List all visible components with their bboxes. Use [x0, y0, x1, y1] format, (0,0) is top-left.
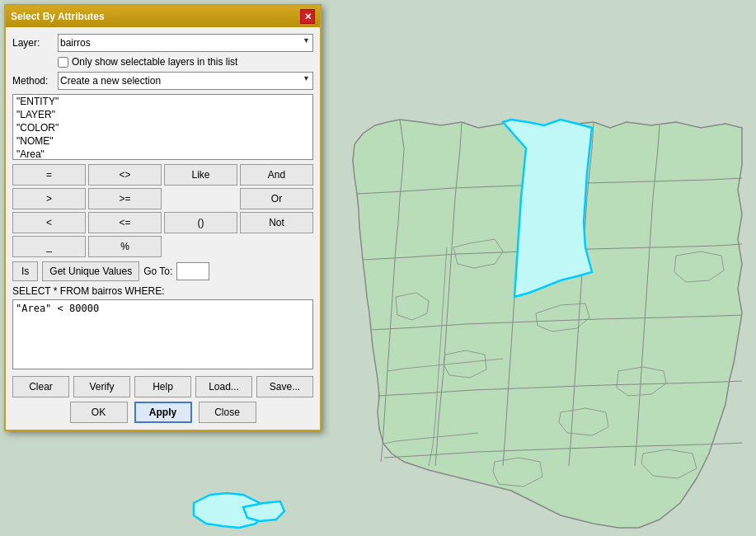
close-window-button[interactable]: ✕	[300, 9, 315, 24]
goto-input[interactable]	[176, 262, 209, 280]
method-select[interactable]: Create a new selection	[58, 72, 313, 90]
method-row: Method: Create a new selection	[12, 72, 313, 90]
eq-btn[interactable]: =	[12, 164, 86, 186]
clear-button[interactable]: Clear	[12, 376, 69, 397]
like-btn[interactable]: Like	[164, 164, 237, 186]
fields-list-container: "ENTITY""LAYER""COLOR""NOME""Area"	[12, 94, 313, 160]
field-item[interactable]: "COLOR"	[13, 121, 312, 134]
get-unique-values-button[interactable]: Get Unique Values	[42, 261, 139, 281]
ok-button[interactable]: OK	[70, 402, 128, 423]
verify-button[interactable]: Verify	[73, 376, 130, 397]
method-label: Method:	[12, 75, 58, 87]
gte-btn[interactable]: >=	[88, 188, 162, 209]
close-button[interactable]: Close	[199, 402, 256, 423]
select-by-attributes-dialog: Select By Attributes ✕ Layer: bairros On…	[4, 4, 322, 431]
sql-textarea[interactable]	[12, 299, 313, 369]
field-item[interactable]: "Area"	[13, 148, 312, 160]
dialog-titlebar: Select By Attributes ✕	[6, 6, 320, 27]
sql-label: SELECT * FROM bairros WHERE:	[12, 285, 313, 297]
layer-select-wrapper: bairros	[58, 34, 313, 52]
layer-select[interactable]: bairros	[58, 34, 313, 52]
percent-btn[interactable]: %	[88, 236, 162, 257]
action-row: Is Get Unique Values Go To:	[12, 261, 313, 281]
field-item[interactable]: "NOME"	[13, 134, 312, 148]
method-select-wrapper: Create a new selection	[58, 72, 313, 90]
field-item[interactable]: "LAYER"	[13, 108, 312, 121]
lte-btn[interactable]: <=	[88, 212, 162, 233]
save-button[interactable]: Save...	[256, 376, 313, 397]
checkbox-row: Only show selectable layers in this list	[58, 56, 313, 68]
goto-label: Go To:	[143, 266, 172, 277]
field-item[interactable]: "ENTITY"	[13, 95, 312, 108]
fields-list[interactable]: "ENTITY""LAYER""COLOR""NOME""Area"	[12, 94, 313, 160]
is-button[interactable]: Is	[12, 261, 38, 281]
dialog-title: Select By Attributes	[11, 11, 105, 22]
gt-btn[interactable]: >	[12, 188, 86, 209]
operators-grid: =<>LikeAnd>>=Or<<=()Not_%	[12, 164, 313, 257]
help-button[interactable]: Help	[134, 376, 191, 397]
neq-btn[interactable]: <>	[88, 164, 162, 186]
load-button[interactable]: Load...	[195, 376, 252, 397]
not-btn[interactable]: Not	[240, 212, 313, 233]
underscore-btn[interactable]: _	[12, 236, 86, 257]
and-btn[interactable]: And	[240, 164, 313, 186]
layer-row: Layer: bairros	[12, 34, 313, 52]
layer-label: Layer:	[12, 37, 58, 49]
dialog-body: Layer: bairros Only show selectable laye…	[6, 27, 320, 430]
selectable-layers-checkbox[interactable]	[58, 57, 68, 68]
checkbox-label: Only show selectable layers in this list	[72, 56, 237, 68]
or-btn[interactable]: Or	[240, 188, 313, 209]
ok-cancel-row: OK Apply Close	[12, 402, 313, 423]
parens-btn[interactable]: ()	[164, 212, 237, 233]
bottom-buttons-row: Clear Verify Help Load... Save...	[12, 376, 313, 397]
lt-btn[interactable]: <	[12, 212, 86, 233]
apply-button[interactable]: Apply	[134, 402, 192, 423]
